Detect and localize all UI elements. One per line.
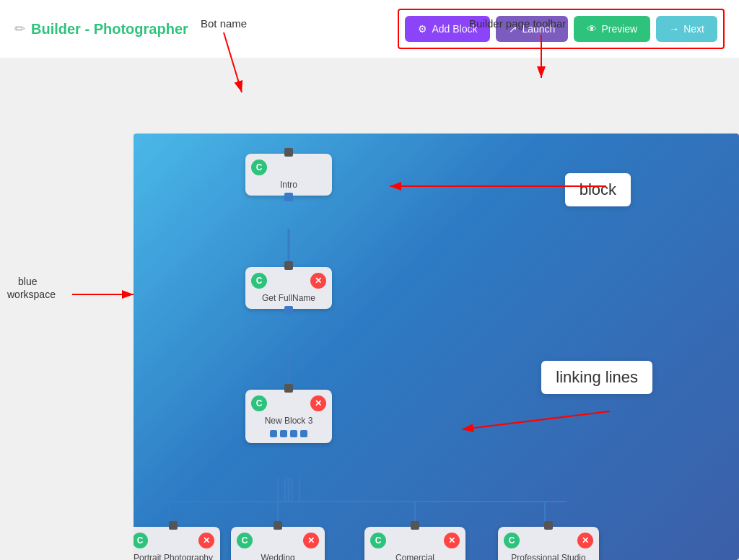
commercial-label: Comercial Photography — [370, 553, 460, 560]
preview-icon: 👁 — [587, 23, 597, 35]
studio-c-icon: C — [504, 533, 520, 548]
fullname-close-icon[interactable]: ✕ — [310, 273, 326, 289]
block3-close-icon[interactable]: ✕ — [310, 395, 326, 411]
builder-toolbar: ⚙ Add Block ↗ Launch 👁 Preview → Next — [398, 9, 725, 49]
new-block-3-node[interactable]: C ✕ New Block 3 — [245, 390, 332, 443]
block3-c-icon: C — [251, 395, 267, 411]
bot-name: Photographer — [94, 21, 188, 37]
edit-icon: ✏ — [14, 21, 25, 37]
wedding-c-icon: C — [237, 533, 253, 548]
commercial-close-icon[interactable]: ✕ — [444, 533, 460, 548]
block3-connector-top — [284, 384, 293, 393]
commercial-connector-top — [411, 521, 419, 530]
fullname-c-icon: C — [251, 273, 267, 289]
studio-close-icon[interactable]: ✕ — [577, 533, 593, 548]
block3-bottom-connectors — [251, 430, 326, 437]
intro-connector-bottom — [284, 193, 293, 201]
wedding-label: Wedding Photography — [237, 553, 319, 560]
block3-conn-4 — [300, 430, 307, 437]
next-label: Next — [683, 23, 704, 35]
next-icon: → — [669, 23, 679, 35]
intro-node[interactable]: C Intro — [245, 154, 332, 196]
fullname-label: Get FullName — [251, 293, 326, 303]
get-fullname-node[interactable]: C ✕ Get FullName — [245, 267, 332, 309]
commercial-node[interactable]: C ✕ Comercial Photography — [364, 527, 465, 560]
svg-text:workspace: workspace — [6, 289, 56, 300]
studio-label: Professional Studio Hire — [504, 553, 593, 560]
portrait-node[interactable]: C ✕ Portrait Photography — [134, 527, 220, 560]
wedding-node[interactable]: C ✕ Wedding Photography — [231, 527, 325, 560]
studio-connector-top — [544, 521, 553, 530]
linking-lines-annotation-text: linking lines — [556, 368, 638, 386]
add-block-icon: ⚙ — [418, 23, 427, 35]
wedding-header: C ✕ — [237, 533, 319, 548]
portrait-label: Portrait Photography — [134, 553, 214, 560]
block3-conn-1 — [270, 430, 277, 437]
launch-label: Launch — [522, 23, 555, 35]
wedding-connector-top — [274, 521, 282, 530]
wedding-close-icon[interactable]: ✕ — [303, 533, 319, 548]
intro-connector-top — [284, 148, 293, 157]
svg-text:blue: blue — [18, 276, 38, 287]
add-block-button[interactable]: ⚙ Add Block — [405, 16, 490, 42]
blue-workspace[interactable]: C Intro C ✕ Get FullName C ✕ New Block 3 — [134, 134, 739, 560]
intro-header: C — [251, 159, 326, 175]
block3-header: C ✕ — [251, 395, 326, 411]
launch-icon: ↗ — [509, 23, 517, 35]
launch-button[interactable]: ↗ Launch — [496, 16, 568, 42]
block-callout: block — [565, 173, 631, 206]
commercial-c-icon: C — [370, 533, 386, 548]
fullname-header: C ✕ — [251, 273, 326, 289]
header: ✏ Builder - Photographer ⚙ Add Block ↗ L… — [0, 0, 739, 58]
block3-label: New Block 3 — [251, 416, 326, 426]
studio-node[interactable]: C ✕ Professional Studio Hire — [498, 527, 599, 560]
intro-c-icon: C — [251, 159, 267, 175]
fullname-connector-top — [284, 261, 293, 270]
portrait-header: C ✕ — [134, 533, 214, 548]
flow-svg — [134, 134, 739, 560]
bot-name-area: ✏ Builder - Photographer — [14, 21, 188, 38]
portrait-connector-top — [169, 521, 178, 530]
preview-button[interactable]: 👁 Preview — [574, 16, 650, 42]
portrait-close-icon[interactable]: ✕ — [198, 533, 214, 548]
block3-conn-3 — [290, 430, 297, 437]
portrait-c-icon: C — [134, 533, 148, 548]
fullname-connector-bottom — [284, 306, 293, 315]
preview-label: Preview — [601, 23, 637, 35]
builder-label: Builder - Photographer — [31, 21, 188, 38]
commercial-header: C ✕ — [370, 533, 460, 548]
intro-label: Intro — [251, 180, 326, 190]
linking-lines-callout: linking lines — [541, 361, 652, 394]
next-button[interactable]: → Next — [656, 16, 717, 42]
studio-header: C ✕ — [504, 533, 593, 548]
block3-conn-2 — [280, 430, 287, 437]
add-block-label: Add Block — [432, 23, 477, 35]
builder-text: Builder - — [31, 21, 94, 37]
block-annotation-text: block — [580, 180, 616, 198]
